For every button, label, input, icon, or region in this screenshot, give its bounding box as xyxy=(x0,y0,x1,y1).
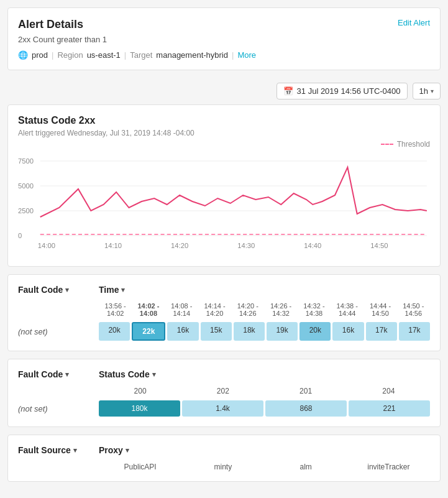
proxy-col-public: PublicAPI xyxy=(99,463,181,471)
proxy-col-invite: inviteTracker xyxy=(347,463,430,471)
chart-legend: Threshold xyxy=(18,140,430,149)
svg-text:0: 0 xyxy=(18,232,22,239)
empty-spacer3 xyxy=(18,463,99,471)
proxy-header[interactable]: Proxy ▾ xyxy=(99,445,430,455)
status-cell-1[interactable]: 1.4k xyxy=(182,400,263,417)
time-col-4: 14:20 - 14:26 xyxy=(235,302,260,317)
fault-code-status-row: (not set) 180k 1.4k 868 221 xyxy=(18,400,430,417)
svg-text:2500: 2500 xyxy=(18,207,34,214)
cell-0[interactable]: 20k xyxy=(99,322,130,341)
chart-area: 7500 5000 2500 0 14:00 14:10 14:20 14:30… xyxy=(18,155,430,256)
time-col-6: 14:32 - 14:38 xyxy=(301,302,326,317)
sep1: | xyxy=(52,50,53,60)
legend-dash xyxy=(381,144,393,145)
time-col-3: 14:14 - 14:20 xyxy=(203,302,227,317)
svg-text:14:00: 14:00 xyxy=(38,242,55,249)
time-col-5: 14:26 - 14:32 xyxy=(268,302,293,317)
proxy-caret[interactable]: ▾ xyxy=(126,446,129,454)
time-cells: 20k 22k 16k 15k 18k 19k 20k 16k 17k 17k xyxy=(99,322,430,341)
cell-6[interactable]: 20k xyxy=(299,322,331,341)
time-col-1: 14:02 - 14:08 xyxy=(136,302,161,317)
time-col-7: 14:38 - 14:44 xyxy=(335,302,360,317)
time-header[interactable]: Time ▾ xyxy=(99,285,430,295)
empty-spacer2 xyxy=(18,387,99,395)
calendar-icon: 📅 xyxy=(283,86,293,96)
alert-details-card: Alert Details Edit Alert 2xx Count great… xyxy=(7,7,441,70)
fault-code-time-row: (not set) 20k 22k 16k 15k 18k 19k 20k 16… xyxy=(18,322,430,341)
fault-code-caret-1[interactable]: ▾ xyxy=(65,286,69,294)
fault-code-header-2[interactable]: Fault Code ▾ xyxy=(18,369,99,379)
empty-spacer xyxy=(18,302,99,317)
proxy-col-headers: PublicAPI minty alm inviteTracker xyxy=(18,463,430,471)
status-cells: 180k 1.4k 868 221 xyxy=(99,400,430,417)
alert-meta: 🌐 prod | Region us-east-1 | Target manag… xyxy=(18,50,430,60)
cell-7[interactable]: 16k xyxy=(332,322,363,341)
target-label: Target xyxy=(130,50,152,60)
cell-5[interactable]: 19k xyxy=(267,322,298,341)
fault-source-proxy-headers: Fault Source ▾ Proxy ▾ xyxy=(18,445,430,455)
threshold-label: Threshold xyxy=(397,140,430,149)
svg-text:5000: 5000 xyxy=(18,182,34,190)
fault-code-time-row-label: (not set) xyxy=(18,327,99,336)
fault-code-time-card: Fault Code ▾ Time ▾ 13:56 - 14:02 14:02 … xyxy=(7,274,441,351)
svg-text:14:10: 14:10 xyxy=(104,242,122,249)
svg-text:14:50: 14:50 xyxy=(370,242,388,249)
status-cell-0[interactable]: 180k xyxy=(99,400,180,417)
fault-code-status-card: Fault Code ▾ Status Code ▾ 200 202 201 2… xyxy=(7,359,441,427)
region-label: Region xyxy=(57,50,83,60)
range-caret: ▾ xyxy=(431,88,434,95)
proxy-col-minty: minty xyxy=(181,463,264,471)
fault-code-time-headers: Fault Code ▾ Time ▾ xyxy=(18,285,430,295)
fault-source-caret[interactable]: ▾ xyxy=(73,446,77,454)
date-value: 31 Jul 2019 14:56 UTC-0400 xyxy=(297,86,401,96)
sep2: | xyxy=(124,50,126,60)
cell-4[interactable]: 18k xyxy=(234,322,265,341)
globe-icon: 🌐 xyxy=(18,50,28,60)
status-code-caret[interactable]: ▾ xyxy=(152,371,156,379)
svg-text:14:40: 14:40 xyxy=(304,242,321,249)
fault-source-header[interactable]: Fault Source ▾ xyxy=(18,445,99,455)
fault-code-status-row-label: (not set) xyxy=(18,404,99,413)
edit-alert-link[interactable]: Edit Alert xyxy=(398,18,430,27)
alert-env: prod xyxy=(32,50,48,60)
alert-details-title: Alert Details xyxy=(18,18,83,31)
chart-card: Status Code 2xx Alert triggered Wednesda… xyxy=(7,104,441,267)
cell-3[interactable]: 15k xyxy=(201,322,232,341)
status-col-202: 202 xyxy=(181,387,264,395)
cell-9[interactable]: 17k xyxy=(399,322,430,341)
chart-subtitle: Alert triggered Wednesday, Jul 31, 2019 … xyxy=(18,129,430,137)
region-value: us-east-1 xyxy=(87,50,121,60)
chart-svg: 7500 5000 2500 0 14:00 14:10 14:20 14:30… xyxy=(18,155,430,254)
status-col-204: 204 xyxy=(347,387,430,395)
svg-text:7500: 7500 xyxy=(18,157,34,165)
time-caret[interactable]: ▾ xyxy=(121,286,125,294)
time-col-2: 14:08 - 14:14 xyxy=(169,302,194,317)
sep3: | xyxy=(232,50,234,60)
cell-2[interactable]: 16k xyxy=(167,322,198,341)
datetime-pill[interactable]: 📅 31 Jul 2019 14:56 UTC-0400 xyxy=(277,83,408,99)
cell-1[interactable]: 22k xyxy=(132,322,165,341)
range-dropdown[interactable]: 1h ▾ xyxy=(413,83,441,99)
status-col-200: 200 xyxy=(99,387,181,395)
proxy-col-alm: alm xyxy=(265,463,347,471)
datetime-bar: 📅 31 Jul 2019 14:56 UTC-0400 1h ▾ xyxy=(0,78,448,104)
time-cols-labels: 13:56 - 14:02 14:02 - 14:08 14:08 - 14:1… xyxy=(99,302,430,317)
target-value: management-hybrid xyxy=(156,50,228,60)
status-cell-2[interactable]: 868 xyxy=(265,400,347,417)
status-col-201: 201 xyxy=(265,387,347,395)
status-cell-3[interactable]: 221 xyxy=(349,400,430,417)
fault-code-caret-2[interactable]: ▾ xyxy=(65,371,69,379)
time-col-0: 13:56 - 14:02 xyxy=(103,302,128,317)
status-col-headers: 200 202 201 204 xyxy=(18,387,430,395)
time-col-9: 14:50 - 14:56 xyxy=(401,302,426,317)
time-col-8: 14:44 - 14:50 xyxy=(368,302,393,317)
fault-code-header-1[interactable]: Fault Code ▾ xyxy=(18,285,99,295)
svg-text:14:30: 14:30 xyxy=(237,242,255,249)
more-link[interactable]: More xyxy=(237,50,256,60)
range-value: 1h xyxy=(419,86,428,96)
chart-title: Status Code 2xx xyxy=(18,115,430,126)
status-code-header[interactable]: Status Code ▾ xyxy=(99,369,430,379)
fault-code-status-headers: Fault Code ▾ Status Code ▾ xyxy=(18,369,430,379)
cell-8[interactable]: 17k xyxy=(366,322,397,341)
proxy-cols-labels: PublicAPI minty alm inviteTracker xyxy=(99,463,430,471)
